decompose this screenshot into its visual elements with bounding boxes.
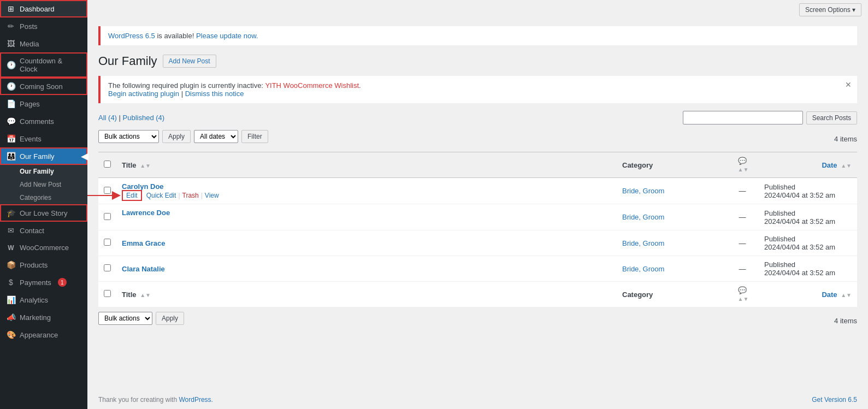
row-checkbox-lawrence[interactable]	[104, 213, 111, 220]
category-link-bride-groom-4[interactable]: Bride, Groom	[622, 265, 664, 273]
post-title-link-lawrence[interactable]: Lawrence Doe	[122, 209, 170, 217]
activate-plugin-link[interactable]: Begin activating plugin	[108, 90, 179, 98]
view-link-carolyn[interactable]: View	[205, 192, 219, 199]
row-date-lawrence: Published 2024/04/04 at 3:52 am	[759, 204, 857, 230]
sidebar-item-our-love-story[interactable]: 🎓 Our Love Story	[0, 204, 87, 222]
all-filter-link[interactable]: All (4)	[98, 114, 117, 122]
pages-icon: 📄	[7, 99, 15, 108]
countdown-icon: 🕐	[7, 61, 15, 69]
row-category-lawrence: Bride, Groom	[617, 204, 726, 230]
coming-soon-icon: 🕐	[7, 82, 15, 91]
col-comments-footer[interactable]: 💬 ▲▼	[726, 282, 759, 307]
row-checkbox-clara[interactable]	[104, 264, 111, 271]
sidebar-item-payments[interactable]: $ Payments 1	[0, 274, 87, 291]
sidebar-item-marketing[interactable]: 📣 Marketing	[0, 309, 87, 326]
add-new-post-button[interactable]: Add New Post	[163, 55, 216, 68]
table-row: Lawrence Doe Edit | Quick Edit | Trash |…	[98, 204, 857, 230]
plugin-notice: The following required plugin is current…	[98, 76, 857, 103]
sidebar-item-label: Countdown &Clock	[20, 57, 62, 73]
sidebar-item-our-family[interactable]: 👨‍👩‍👧 Our Family ◀	[0, 147, 87, 165]
quick-edit-link-carolyn[interactable]: Quick Edit	[146, 192, 176, 199]
wordpress-version-link[interactable]: WordPress 6.5	[108, 32, 155, 40]
screen-options-button[interactable]: Screen Options ▾	[799, 3, 861, 16]
search-area: Search Posts	[683, 111, 857, 125]
page-title-row: Our Family Add New Post	[98, 54, 857, 68]
select-all-checkbox-footer[interactable]	[104, 290, 111, 297]
row-comments-lawrence: —	[726, 204, 759, 230]
published-filter-link[interactable]: Published (4)	[123, 114, 165, 122]
row-cb-carolyn	[98, 178, 116, 204]
bulk-actions-select-top[interactable]: Bulk actions Edit Move to Trash	[98, 130, 159, 143]
row-comments-emma: —	[726, 230, 759, 256]
sidebar-item-posts[interactable]: ✏ Posts	[0, 17, 87, 35]
edit-button-carolyn[interactable]: Edit	[122, 190, 142, 201]
sidebar-item-label: Analytics	[20, 296, 48, 304]
row-checkbox-carolyn[interactable]	[104, 187, 111, 194]
dashboard-icon: ⊞	[7, 4, 15, 13]
topbar: Screen Options ▾	[87, 0, 868, 20]
select-all-checkbox[interactable]	[104, 161, 111, 168]
row-date-emma: Published 2024/04/04 at 3:52 am	[759, 230, 857, 256]
plugin-name-link[interactable]: YITH WooCommerce Wishlist	[265, 81, 359, 90]
filter-button[interactable]: Filter	[241, 130, 268, 143]
row-checkbox-emma[interactable]	[104, 239, 111, 246]
col-title-footer[interactable]: Title ▲▼	[116, 282, 617, 307]
row-cb-lawrence	[98, 204, 116, 230]
post-title-link-carolyn[interactable]: Carolyn Doe	[122, 182, 164, 191]
wordpress-footer-link[interactable]: WordPress.	[179, 396, 212, 404]
date-col-label-footer: Date	[822, 291, 837, 299]
category-link-bride-groom-2[interactable]: Bride, Groom	[622, 213, 664, 221]
sidebar-submenu-our-family: Our Family Add New Post Categories	[0, 165, 87, 204]
col-category-footer: Category	[617, 282, 726, 307]
category-link-bride[interactable]: Bride, Groom	[622, 187, 664, 195]
search-posts-input[interactable]	[683, 111, 803, 125]
post-title-link-clara[interactable]: Clara Natalie	[122, 265, 165, 273]
row-comments-carolyn: —	[726, 178, 759, 204]
row-category-emma: Bride, Groom	[617, 230, 726, 256]
row-category-clara: Bride, Groom	[617, 256, 726, 282]
please-update-link[interactable]: Please update now.	[196, 32, 258, 40]
sidebar-item-analytics[interactable]: 📊 Analytics	[0, 291, 87, 309]
col-comments-header[interactable]: 💬 ▲▼	[726, 152, 759, 178]
posts-table: Title ▲▼ Category 💬 ▲▼ Date ▲▼	[98, 152, 857, 307]
update-notice: WordPress 6.5 is available! Please updat…	[98, 26, 857, 45]
sidebar-item-comments[interactable]: 💬 Comments	[0, 112, 87, 130]
events-icon: 📅	[7, 134, 15, 143]
appearance-icon: 🎨	[7, 330, 15, 339]
sidebar-item-events[interactable]: 📅 Events	[0, 130, 87, 147]
post-title-link-emma[interactable]: Emma Grace	[122, 239, 166, 247]
sidebar-item-coming-soon[interactable]: 🕐 Coming Soon	[0, 78, 87, 95]
col-title-header[interactable]: Title ▲▼	[116, 152, 617, 178]
row-cb-clara	[98, 256, 116, 282]
row-date-clara: Published 2024/04/04 at 3:52 am	[759, 256, 857, 282]
footer-text: Thank you for creating with WordPress.	[98, 396, 213, 404]
category-link-bride-groom-3[interactable]: Bride, Groom	[622, 239, 664, 247]
table-row: Emma Grace Bride, Groom — Published 2024…	[98, 230, 857, 256]
sidebar-item-contact[interactable]: ✉ Contact	[0, 222, 87, 239]
bulk-actions-select-bottom[interactable]: Bulk actions	[98, 312, 152, 325]
sidebar-submenu-item-categories[interactable]: Categories	[0, 191, 87, 204]
sidebar-item-dashboard[interactable]: ⊞ Dashboard	[0, 0, 87, 17]
sidebar-item-countdown-clock[interactable]: 🕐 Countdown &Clock	[0, 52, 87, 78]
footer: Thank you for creating with WordPress. G…	[87, 390, 868, 409]
row-title-lawrence: Lawrence Doe Edit | Quick Edit | Trash |…	[116, 204, 617, 230]
sidebar-submenu-item-add-new[interactable]: Add New Post	[0, 178, 87, 191]
sidebar-item-appearance[interactable]: 🎨 Appearance	[0, 326, 87, 343]
col-date-footer[interactable]: Date ▲▼	[759, 282, 857, 307]
apply-button-bottom[interactable]: Apply	[156, 312, 184, 325]
sidebar-item-products[interactable]: 📦 Products	[0, 256, 87, 274]
sidebar-item-media[interactable]: 🖼 Media	[0, 35, 87, 52]
get-version-link[interactable]: Get Version 6.5	[812, 396, 857, 404]
search-posts-button[interactable]: Search Posts	[806, 111, 857, 125]
sidebar-submenu-item-our-family[interactable]: Our Family	[0, 165, 87, 178]
col-date-header[interactable]: Date ▲▼	[759, 152, 857, 178]
sidebar-item-pages[interactable]: 📄 Pages	[0, 95, 87, 112]
table-row: Clara Natalie Bride, Groom — Published 2…	[98, 256, 857, 282]
dismiss-notice-link[interactable]: Dismiss this notice	[185, 90, 244, 98]
date-col-label: Date	[822, 161, 837, 169]
plugin-notice-close-button[interactable]: ✕	[845, 80, 852, 89]
all-dates-select[interactable]: All dates	[194, 130, 238, 143]
sidebar-item-woocommerce[interactable]: W WooCommerce	[0, 239, 87, 256]
trash-link-carolyn[interactable]: Trash	[182, 192, 199, 199]
apply-button-top[interactable]: Apply	[162, 130, 191, 143]
